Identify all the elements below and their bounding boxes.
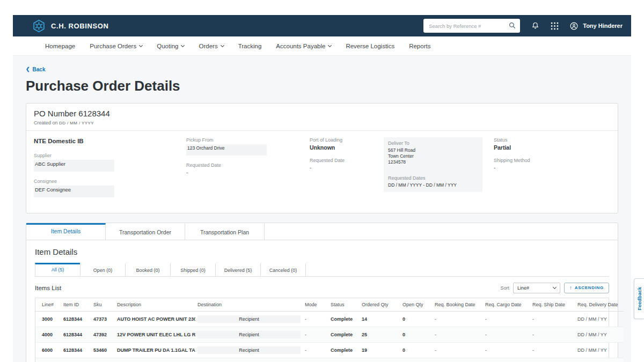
- column-header-req-cargo-date: Req. Cargo Date: [483, 298, 530, 312]
- page-title: Purchase Order Details: [26, 78, 625, 94]
- menu-item-label: Tracking: [238, 43, 262, 49]
- apps-grid-icon[interactable]: [551, 22, 559, 30]
- menu-item-purchase-orders[interactable]: Purchase Orders: [90, 43, 142, 49]
- cell-open-qty: 0: [400, 311, 433, 327]
- items-table-wrap: Line#Item IDSkuDescriptionDestinationMod…: [35, 298, 609, 362]
- cell-sku: 47373: [91, 311, 115, 327]
- masked-destination-value: Recipient: [197, 315, 301, 323]
- cell-req-delivery-date: DD / MM / YY: [575, 327, 624, 342]
- cell-item-id: 6128344: [61, 358, 91, 362]
- cell-req-delivery-date: DD / MM / YY: [575, 342, 624, 358]
- filter-tab-all-5[interactable]: All (5): [35, 263, 80, 276]
- filter-tab-shipped-0[interactable]: Shipped (0): [170, 263, 216, 276]
- notifications-bell-icon[interactable]: [531, 21, 540, 31]
- filter-tab-open-0[interactable]: Open (0): [80, 263, 126, 276]
- items-table: Line#Item IDSkuDescriptionDestinationMod…: [35, 298, 624, 362]
- column-header-sku: Sku: [91, 298, 115, 312]
- column-header-ordered-qty: Ordered Qty: [360, 298, 400, 312]
- filter-tab-delivered-5[interactable]: Delivered (5): [215, 263, 261, 276]
- menu-item-label: Reverse Logistics: [346, 43, 394, 49]
- cell-mode: -: [303, 327, 328, 342]
- tab-item-details[interactable]: Item Details: [26, 223, 106, 240]
- items-list-title: Items List: [35, 285, 61, 291]
- sort-select-value: Line#: [517, 285, 529, 291]
- feedback-label: Feedback: [636, 287, 642, 311]
- cell-req-booking-date: -: [433, 342, 483, 358]
- cell-req-cargo-date: -: [483, 327, 530, 342]
- cell-req-ship-date: -: [530, 342, 575, 358]
- cell-status: Complete: [328, 342, 360, 358]
- back-link[interactable]: ❮ Back: [26, 67, 45, 72]
- shipping-method-label: Shipping Method: [494, 158, 610, 163]
- brand[interactable]: C.H. ROBINSON: [32, 19, 108, 33]
- sort-label: Sort: [500, 285, 509, 291]
- cell-destination: Recipient: [195, 358, 303, 362]
- po-col-parties: NTE Domestic IB Supplier ABC Supplier Co…: [34, 137, 186, 204]
- cell-ordered-qty: 15: [360, 358, 400, 362]
- table-row: 8000612834453453INDUST PU 230/460V 2320P…: [35, 358, 624, 362]
- po-created: Created on DD / MM / YYYY: [34, 120, 610, 125]
- chevron-down-icon: [181, 43, 185, 47]
- top-navbar: C.H. ROBINSON: [13, 15, 631, 36]
- menu-item-label: Purchase Orders: [90, 43, 136, 49]
- requested-dates-label: Requested Dates: [388, 175, 478, 181]
- filter-tab-booked-0[interactable]: Booked (0): [125, 263, 171, 276]
- address-line: 567 Hill Road: [388, 147, 478, 153]
- order-type: NTE Domestic IB: [34, 138, 186, 144]
- sort-select[interactable]: Line#: [513, 283, 560, 293]
- consignee-value: DEF Consignee: [34, 186, 114, 197]
- tab-transportation-plan[interactable]: Transportation Plan: [185, 223, 265, 240]
- cell-destination: Recipient: [195, 342, 303, 358]
- address-line: 1234578: [388, 159, 478, 165]
- user-menu[interactable]: Tony Hinderer: [569, 21, 623, 31]
- user-name: Tony Hinderer: [583, 23, 623, 29]
- item-details-heading: Item Details: [35, 247, 609, 256]
- cell-mode: -: [303, 342, 328, 358]
- cell-req-booking-date: -: [433, 311, 483, 327]
- port-of-loading-value: Unknown: [310, 144, 384, 151]
- column-header-description: Description: [115, 298, 195, 312]
- po-summary-card: PO Number 6128344 Created on DD / MM / Y…: [26, 103, 618, 213]
- menu-item-accounts-payable[interactable]: Accounts Payable: [276, 43, 331, 49]
- cell-item-id: 6128344: [61, 327, 91, 342]
- filter-tab-canceled-0[interactable]: Canceled (0): [260, 263, 306, 276]
- menu-item-orders[interactable]: Orders: [199, 43, 223, 49]
- feedback-button[interactable]: Feedback: [634, 278, 644, 319]
- menu-item-quoting[interactable]: Quoting: [157, 43, 184, 49]
- cell-status: Complete: [328, 358, 360, 362]
- po-number: PO Number 6128344: [34, 109, 610, 118]
- cell-status: Complete: [328, 327, 360, 342]
- menu-item-reverse-logistics[interactable]: Reverse Logistics: [346, 43, 394, 49]
- chevron-left-icon: ❮: [26, 67, 30, 72]
- sort-controls: Sort Line# ↑ ASCENDING: [500, 283, 609, 293]
- menu-item-tracking[interactable]: Tracking: [238, 43, 262, 49]
- menu-item-label: Orders: [199, 43, 217, 49]
- menu-item-homepage[interactable]: Homepage: [45, 43, 75, 49]
- cell-line: 6000: [35, 342, 61, 358]
- search-input[interactable]: [423, 19, 520, 33]
- port-of-loading-label: Port of Loading: [310, 137, 384, 143]
- menu-item-reports[interactable]: Reports: [409, 43, 430, 49]
- column-header-item-id: Item ID: [61, 298, 91, 312]
- tab-transportation-order[interactable]: Transportation Order: [106, 223, 185, 240]
- po-col-deliver: Deliver To 567 Hill Road Town Center 123…: [384, 137, 494, 192]
- cell-description: DUMP TRAILER PU DA 1.1GAL TANK: [115, 342, 195, 358]
- search-icon[interactable]: [508, 21, 516, 32]
- item-details-panel: Item Details All (5)Open (0)Booked (0)Sh…: [26, 247, 618, 362]
- cell-open-qty: 0: [400, 327, 433, 342]
- column-header-mode: Mode: [303, 298, 328, 312]
- masked-destination-value: Recipient: [197, 331, 301, 338]
- items-list-header: Items List Sort Line# ↑ ASCENDING: [35, 283, 609, 293]
- table-row: 3000612834447373AUTO HOIST AC POWER UNIT…: [35, 311, 624, 327]
- page-content: ❮ Back Purchase Order Details PO Number …: [13, 56, 631, 362]
- po-details-grid: NTE Domestic IB Supplier ABC Supplier Co…: [34, 137, 610, 204]
- cell-sku: 53460: [91, 342, 115, 358]
- port-requested-date-value: -: [310, 165, 384, 171]
- cell-line: 8000: [35, 358, 61, 362]
- cell-line: 3000: [35, 311, 61, 327]
- cell-status: Complete: [328, 311, 360, 327]
- menu-item-label: Accounts Payable: [276, 43, 325, 49]
- sort-direction-button[interactable]: ↑ ASCENDING: [564, 283, 609, 293]
- cell-description: 12V POWER UNIT ELEC LHL LG RES: [115, 327, 195, 342]
- cell-mode: -: [303, 311, 328, 327]
